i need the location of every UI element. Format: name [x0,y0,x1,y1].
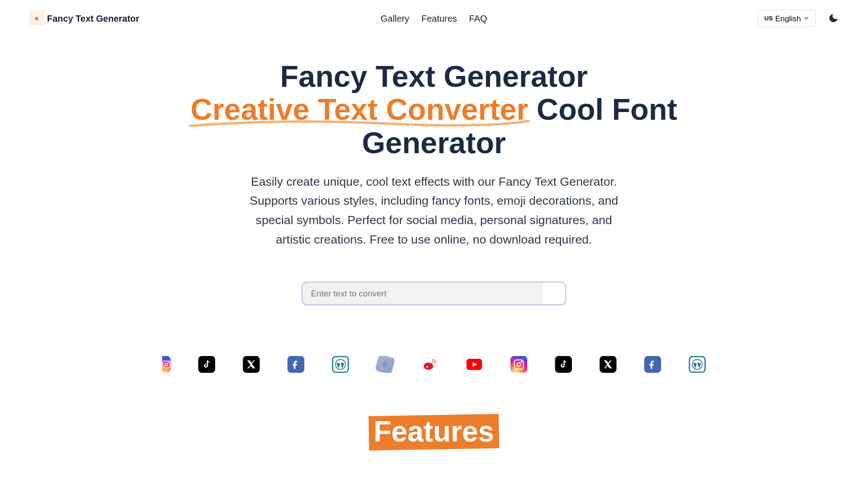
hero-section: Fancy Text Generator Creative Text Conve… [0,36,868,449]
features-title-wrapper: Features [369,415,499,449]
instagram-icon [510,356,527,373]
hero-title-line1: Fancy Text Generator [280,60,588,94]
logo-section[interactable]: ⬢ Fancy Text Generator [29,10,139,26]
tiktok-icon [198,356,215,373]
tiktok-icon [555,356,572,373]
features-section: Features [12,415,856,449]
input-wrapper [302,282,566,305]
convert-button[interactable] [541,282,565,304]
hero-description: Easily create unique, cool text effects … [247,172,621,249]
x-twitter-icon [243,356,259,373]
hero-title: Fancy Text Generator Creative Text Conve… [157,60,711,160]
instagram-icon [162,356,171,373]
facebook-icon [644,356,661,373]
nav-gallery[interactable]: Gallery [381,13,409,23]
youtube-icon [466,356,482,373]
svg-point-1 [165,363,168,366]
svg-point-10 [692,359,702,369]
features-title-background: Features [368,414,499,450]
header-right: US English [758,9,839,27]
chevron-down-icon [803,15,809,21]
svg-point-9 [521,361,522,362]
wordpress-icon [332,356,349,373]
language-label: English [775,14,801,23]
text-convert-input[interactable] [302,282,541,304]
svg-point-4 [424,362,433,370]
svg-point-3 [335,359,345,369]
weibo-icon [421,356,438,373]
bard-icon [375,356,396,373]
social-icon-strip [12,356,856,373]
x-twitter-icon [599,356,616,373]
flag-icon: US [764,15,773,22]
hero-highlight-text: Creative Text Converter [191,93,528,127]
svg-point-2 [168,362,169,363]
wordpress-icon [689,356,706,373]
nav-menu: Gallery Features FAQ [381,13,487,23]
features-title: Features [373,416,494,448]
site-header: ⬢ Fancy Text Generator Gallery Features … [0,0,868,36]
svg-point-8 [517,362,521,366]
language-selector[interactable]: US English [758,9,816,27]
facebook-icon [288,356,304,373]
moon-icon [828,13,839,23]
nav-faq[interactable]: FAQ [469,13,487,23]
hero-title-highlight: Creative Text Converter [191,94,528,127]
input-section [12,282,856,305]
logo-icon: ⬢ [29,10,45,26]
logo-text: Fancy Text Generator [47,13,139,23]
theme-toggle-button[interactable] [828,13,839,23]
nav-features[interactable]: Features [421,13,457,23]
svg-point-5 [426,366,428,368]
